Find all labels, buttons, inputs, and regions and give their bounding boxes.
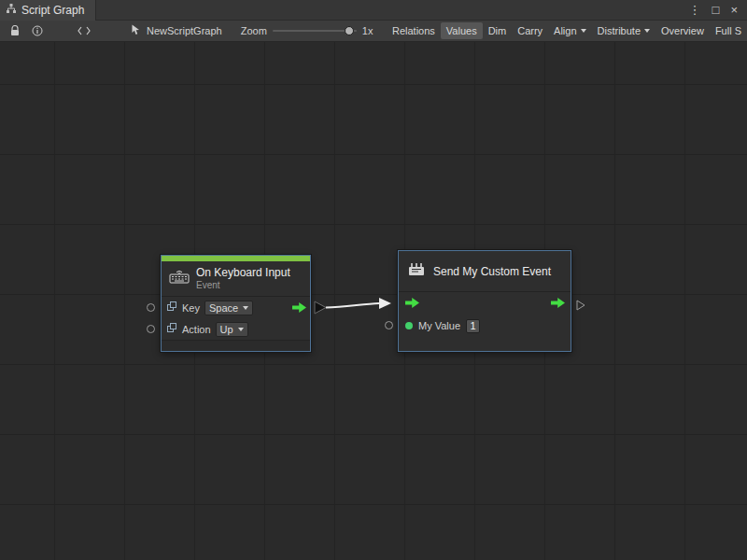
node-footer — [162, 340, 310, 351]
control-flow-row — [399, 292, 571, 315]
carry-button[interactable]: Carry — [512, 22, 548, 39]
zoom-value: 1x — [362, 25, 374, 36]
control-output-port-marker[interactable] — [576, 298, 585, 315]
tab-script-graph[interactable]: Script Graph — [0, 0, 96, 21]
action-dropdown[interactable]: Up — [216, 322, 248, 337]
key-dropdown[interactable]: Space — [204, 301, 253, 315]
code-icon[interactable] — [73, 21, 95, 42]
close-icon[interactable]: × — [730, 0, 738, 21]
overview-button[interactable]: Overview — [655, 22, 710, 39]
node-title: On Keyboard Input — [196, 267, 290, 280]
menu-icon[interactable]: ⋮ — [689, 0, 701, 21]
node-header: Send My Custom Event — [399, 251, 571, 292]
control-output-port[interactable] — [292, 302, 306, 315]
my-value-row: My Value 1 — [399, 315, 571, 337]
distribute-button-label: Distribute — [598, 25, 641, 36]
my-value-label: My Value — [418, 320, 460, 331]
keyboard-icon — [169, 270, 190, 287]
script-graph-window: Script Graph ⋮ □ × — [0, 0, 747, 560]
key-port-label: Key — [182, 302, 200, 314]
object-icon — [167, 301, 177, 314]
key-port-row: Key Space — [162, 297, 310, 318]
action-port-label: Action — [182, 324, 211, 335]
graph-canvas[interactable]: On Keyboard Input Event Key Space — [0, 42, 747, 560]
node-header: On Keyboard Input Event — [162, 261, 310, 297]
values-button[interactable]: Values — [441, 22, 483, 39]
window-controls: ⋮ □ × — [689, 0, 747, 21]
my-value-input-port[interactable] — [385, 321, 393, 329]
zoom-slider-handle[interactable] — [345, 26, 354, 35]
chevron-down-icon — [644, 29, 650, 33]
control-output-port[interactable] — [551, 298, 565, 310]
key-dropdown-value: Space — [209, 302, 238, 314]
relations-button[interactable]: Relations — [387, 22, 441, 39]
chevron-down-icon — [581, 29, 586, 33]
toolbar-buttons: Relations Values Dim Carry Align Distrib… — [387, 21, 747, 41]
key-input-port[interactable] — [147, 303, 155, 312]
lock-icon[interactable] — [4, 21, 26, 42]
node-send-my-custom-event[interactable]: Send My Custom Event My Value 1 — [398, 250, 571, 352]
object-icon — [167, 323, 177, 335]
action-input-port[interactable] — [147, 325, 155, 333]
control-connection — [0, 42, 747, 560]
align-button-label: Align — [554, 25, 576, 36]
node-subtitle: Event — [196, 280, 290, 291]
graph-name: NewScriptGraph — [147, 25, 222, 36]
source-port-arrow-icon — [315, 301, 326, 314]
control-input-port[interactable] — [405, 298, 419, 310]
graph-toolbar: NewScriptGraph Zoom 1x Relations Values … — [0, 21, 747, 42]
wire-line — [326, 303, 379, 308]
node-on-keyboard-input[interactable]: On Keyboard Input Event Key Space — [161, 255, 311, 352]
wire-arrowhead-icon — [379, 298, 391, 309]
maximize-icon[interactable]: □ — [712, 0, 720, 21]
zoom-control: Zoom 1x — [241, 25, 374, 36]
distribute-button[interactable]: Distribute — [592, 22, 655, 39]
chevron-down-icon — [238, 328, 244, 331]
titlebar: Script Graph ⋮ □ × — [0, 0, 747, 21]
zoom-slider[interactable] — [273, 25, 357, 36]
action-port-row: Action Up — [162, 318, 310, 340]
node-footer — [399, 337, 571, 351]
node-title: Send My Custom Event — [433, 265, 551, 278]
graph-breadcrumb[interactable]: NewScriptGraph — [131, 24, 222, 37]
pointer-icon — [131, 24, 141, 37]
my-value-input[interactable]: 1 — [466, 319, 480, 333]
full-screen-button[interactable]: Full S — [710, 22, 747, 39]
tab-title: Script Graph — [21, 4, 84, 17]
align-button[interactable]: Align — [548, 22, 591, 39]
zoom-label: Zoom — [241, 25, 267, 36]
event-icon — [408, 262, 425, 281]
dim-button[interactable]: Dim — [483, 22, 513, 39]
info-icon[interactable] — [26, 21, 49, 42]
script-graph-icon — [6, 3, 17, 17]
chevron-down-icon — [243, 306, 248, 310]
value-port-dot[interactable] — [405, 322, 413, 329]
action-dropdown-value: Up — [220, 324, 233, 335]
